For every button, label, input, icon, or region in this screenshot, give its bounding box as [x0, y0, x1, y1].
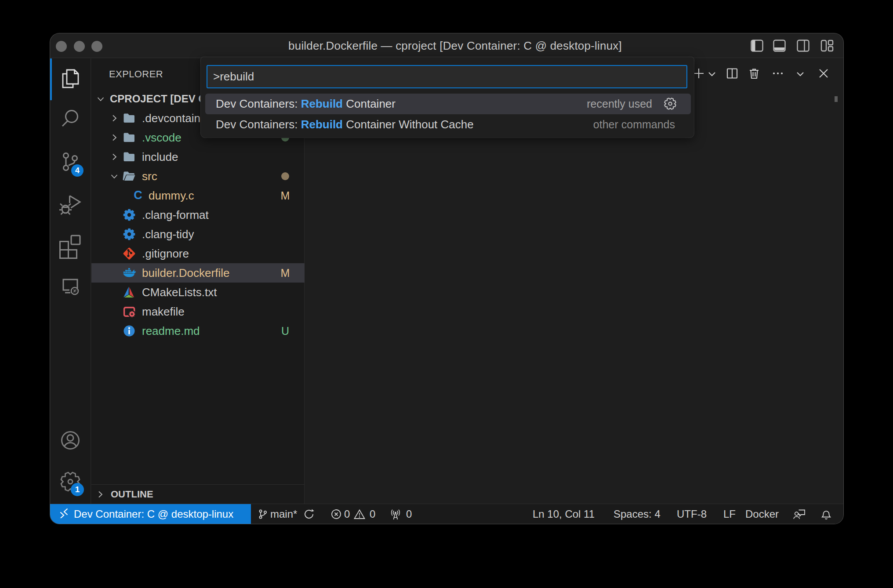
svg-text:C: C — [134, 189, 142, 202]
